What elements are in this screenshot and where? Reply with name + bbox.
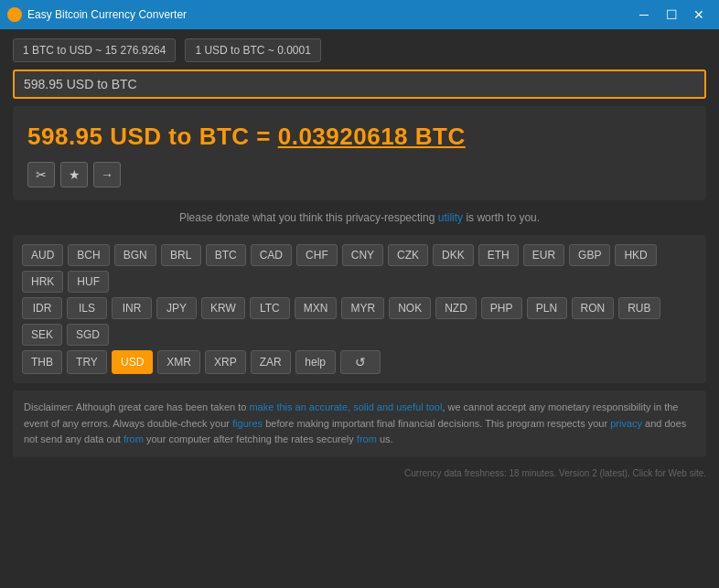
disclaimer-link3[interactable]: privacy: [610, 418, 642, 429]
result-label: 598.95 USD to BTC =: [27, 123, 278, 150]
currency-btn-sek[interactable]: SEK: [22, 324, 62, 346]
currency-btn-xmr[interactable]: XMR: [157, 350, 200, 374]
currency-btn-hrk[interactable]: HRK: [22, 271, 63, 293]
star-button[interactable]: ★: [60, 162, 88, 187]
currency-grid: AUDBCHBGNBRLBTCCADCHFCNYCZKDKKETHEURGBPH…: [13, 235, 706, 383]
currency-btn-ron[interactable]: RON: [572, 297, 615, 319]
minimize-button[interactable]: ─: [631, 5, 657, 24]
currency-btn-bgn[interactable]: BGN: [114, 244, 156, 266]
window-controls: ─ ☐ ✕: [631, 5, 712, 24]
arrow-button[interactable]: →: [93, 162, 121, 187]
title-bar: Easy Bitcoin Currency Converter ─ ☐ ✕: [0, 0, 719, 29]
scissors-button[interactable]: ✂: [27, 162, 55, 187]
disclaimer: Disclaimer: Although great care has been…: [13, 390, 706, 457]
currency-btn-gbp[interactable]: GBP: [569, 244, 610, 266]
currency-btn-idr[interactable]: IDR: [22, 297, 62, 319]
currency-btn-krw[interactable]: KRW: [201, 297, 245, 319]
currency-btn-help[interactable]: help: [295, 350, 336, 374]
currency-btn-nok[interactable]: NOK: [389, 297, 431, 319]
disclaimer-link5[interactable]: from: [357, 433, 377, 444]
action-buttons: ✂ ★ →: [27, 162, 692, 187]
disclaimer-text1: Disclaimer: Although great care has been…: [24, 401, 249, 412]
donate-link[interactable]: utility: [438, 211, 463, 224]
close-button[interactable]: ✕: [686, 5, 712, 24]
currency-btn-usd[interactable]: USD: [112, 350, 153, 374]
result-panel: 598.95 USD to BTC = 0.03920618 BTC ✂ ★ →: [13, 106, 706, 200]
currency-btn-jpy[interactable]: JPY: [156, 297, 197, 319]
result-display: 598.95 USD to BTC = 0.03920618 BTC: [27, 123, 692, 151]
currency-btn-aud[interactable]: AUD: [22, 244, 63, 266]
currency-btn-↺[interactable]: ↺: [340, 350, 381, 374]
btc-to-usd-rate: 1 BTC to USD ~ 15 276.9264: [13, 38, 176, 62]
currency-btn-chf[interactable]: CHF: [296, 244, 338, 266]
currency-btn-hkd[interactable]: HKD: [615, 244, 656, 266]
donate-bar: Please donate what you think this privac…: [13, 208, 706, 228]
currency-btn-ltc[interactable]: LTC: [250, 297, 290, 319]
app-icon: [7, 7, 22, 22]
maximize-button[interactable]: ☐: [659, 5, 684, 24]
currency-btn-eth[interactable]: ETH: [478, 244, 519, 266]
currency-row-3: THBTRYUSDXMRXRPZARhelp↺: [22, 350, 697, 374]
currency-btn-bch[interactable]: BCH: [68, 244, 109, 266]
result-value: 0.03920618 BTC: [278, 123, 466, 150]
currency-btn-czk[interactable]: CZK: [388, 244, 428, 266]
app-title: Easy Bitcoin Currency Converter: [27, 8, 631, 21]
currency-btn-sgd[interactable]: SGD: [67, 324, 109, 346]
disclaimer-link4[interactable]: from: [123, 433, 144, 444]
disclaimer-text6: us.: [377, 433, 393, 444]
currency-btn-huf[interactable]: HUF: [68, 271, 109, 293]
disclaimer-text3: before making important final financial …: [263, 418, 610, 429]
footer-text: Currency data freshness: 18 minutes. Ver…: [404, 468, 706, 478]
usd-to-btc-rate: 1 USD to BTC ~ 0.0001: [185, 38, 320, 62]
currency-btn-btc[interactable]: BTC: [206, 244, 246, 266]
currency-btn-myr[interactable]: MYR: [341, 297, 384, 319]
currency-btn-nzd[interactable]: NZD: [435, 297, 477, 319]
footer: Currency data freshness: 18 minutes. Ver…: [0, 466, 719, 480]
disclaimer-text5: your computer after fetching the rates s…: [144, 433, 357, 444]
currency-btn-try[interactable]: TRY: [67, 350, 107, 374]
currency-row-2: IDRILSINRJPYKRWLTCMXNMYRNOKNZDPHPPLNRONR…: [22, 297, 697, 346]
currency-btn-brl[interactable]: BRL: [161, 244, 201, 266]
currency-row-1: AUDBCHBGNBRLBTCCADCHFCNYCZKDKKETHEURGBPH…: [22, 244, 697, 293]
quick-rates: 1 BTC to USD ~ 15 276.9264 1 USD to BTC …: [13, 38, 706, 62]
currency-btn-cny[interactable]: CNY: [342, 244, 383, 266]
donate-pre: Please donate what you think this privac…: [179, 211, 438, 224]
currency-btn-thb[interactable]: THB: [22, 350, 62, 374]
currency-btn-rub[interactable]: RUB: [618, 297, 660, 319]
conversion-input[interactable]: [13, 69, 706, 99]
currency-btn-cad[interactable]: CAD: [251, 244, 292, 266]
currency-btn-eur[interactable]: EUR: [523, 244, 564, 266]
main-content: 1 BTC to USD ~ 15 276.9264 1 USD to BTC …: [0, 29, 719, 466]
currency-btn-pln[interactable]: PLN: [527, 297, 567, 319]
currency-btn-ils[interactable]: ILS: [67, 297, 107, 319]
disclaimer-link1[interactable]: make this an accurate, solid and useful …: [249, 401, 442, 412]
currency-btn-dkk[interactable]: DKK: [433, 244, 474, 266]
currency-btn-zar[interactable]: ZAR: [251, 350, 291, 374]
disclaimer-link2[interactable]: figures: [232, 418, 263, 429]
currency-btn-php[interactable]: PHP: [481, 297, 522, 319]
currency-btn-xrp[interactable]: XRP: [205, 350, 246, 374]
currency-btn-mxn[interactable]: MXN: [295, 297, 338, 319]
currency-btn-inr[interactable]: INR: [112, 297, 152, 319]
donate-post: is worth to you.: [463, 211, 540, 224]
